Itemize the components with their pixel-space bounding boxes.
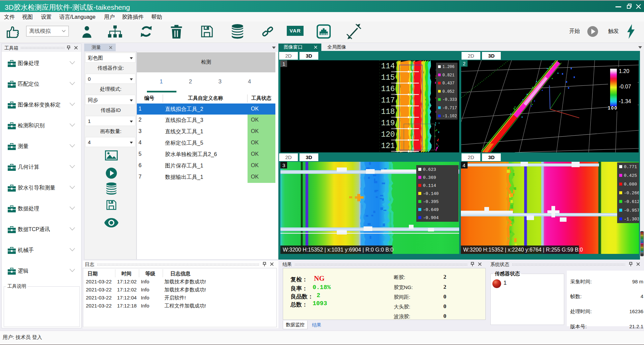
svg-text:W:3200 H:15352 | x:2240 y:6764: W:3200 H:15352 | x:2240 y:6764 | R:255 G… — [463, 247, 583, 253]
svg-text:-0.957: -0.957 — [624, 208, 639, 213]
svg-text:-0.395: -0.395 — [423, 199, 439, 204]
svg-text:0.080: 0.080 — [624, 182, 637, 187]
svg-text:0.771: 0.771 — [624, 164, 637, 169]
svg-text:-0.266: -0.266 — [624, 191, 639, 196]
svg-text:0.821: 0.821 — [442, 73, 454, 78]
svg-text:114: 114 — [381, 62, 395, 71]
svg-text:0.369: 0.369 — [423, 175, 436, 180]
svg-text:-0.333: -0.333 — [442, 97, 457, 102]
svg-text:119: 119 — [381, 119, 395, 128]
svg-text:118: 118 — [381, 108, 395, 116]
svg-text:-1.102: -1.102 — [442, 114, 457, 119]
svg-text:-0.717: -0.717 — [442, 106, 457, 111]
svg-text:0.114: 0.114 — [423, 183, 436, 188]
svg-text:2: 2 — [463, 61, 466, 66]
svg-text:120: 120 — [381, 130, 395, 139]
svg-text:0.052: 0.052 — [442, 89, 454, 94]
svg-text:116: 116 — [381, 85, 395, 93]
svg-text:-0.140: -0.140 — [423, 191, 439, 196]
svg-text:0.623: 0.623 — [423, 167, 436, 172]
svg-text:-1.303: -1.303 — [624, 217, 639, 222]
svg-text:-0.612: -0.612 — [624, 199, 639, 204]
svg-text:115: 115 — [381, 73, 395, 82]
svg-text:4: 4 — [463, 162, 465, 168]
svg-text:-0.649: -0.649 — [423, 207, 439, 212]
svg-text:3: 3 — [282, 162, 285, 168]
svg-text:117: 117 — [381, 96, 395, 105]
svg-text:0.437: 0.437 — [442, 81, 454, 86]
svg-text:1.206: 1.206 — [442, 65, 454, 69]
svg-text:-1.34: -1.34 — [619, 98, 631, 104]
svg-text:121: 121 — [381, 142, 395, 150]
svg-text:1.20: 1.20 — [619, 68, 629, 74]
svg-text:100: 100 — [608, 105, 618, 111]
svg-text:W:3200 H:15352 | x:1031 y:6904: W:3200 H:15352 | x:1031 y:6904 | R:0 G:0… — [283, 247, 393, 253]
svg-text:-0.07: -0.07 — [619, 84, 631, 89]
svg-text:-0.904: -0.904 — [423, 215, 439, 220]
svg-text:0.425: 0.425 — [624, 173, 637, 178]
svg-text:1: 1 — [282, 61, 285, 67]
